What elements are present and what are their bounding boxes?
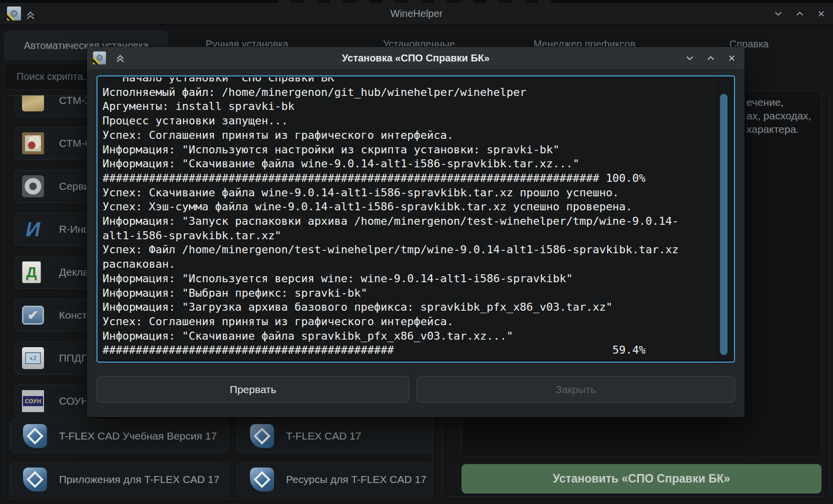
install-log-box: Начало установки "СПО Справки БК" Исполн… [96, 75, 735, 363]
letter-i-icon: И [22, 218, 44, 240]
list-item-label: Серви [59, 180, 90, 192]
list-item[interactable]: Приложения для T-FLEX CAD 17 [10, 463, 228, 497]
list-item-label: T-FLEX CAD 17 [286, 430, 362, 442]
tflex-logo-icon [23, 468, 47, 492]
list-item[interactable]: Ресурсы для T-FLEX CAD 17 [236, 463, 433, 497]
main-window-controls [774, 3, 826, 24]
monitor-screen: ч.2 [25, 352, 41, 364]
check-screen-icon: ✔ [22, 306, 44, 325]
install-dialog: ⚙ Установка «СПО Справки БК» Начало уста… [87, 47, 744, 417]
install-button[interactable]: Установить «СПО Справки БК» [462, 464, 822, 494]
minimize-icon[interactable] [685, 53, 694, 63]
tflex-logo-icon [250, 468, 274, 492]
maximize-icon[interactable] [706, 53, 716, 63]
minimize-icon[interactable] [774, 9, 783, 18]
diamond-shape [26, 471, 44, 488]
monitor-icon: ч.2 [22, 347, 44, 369]
list-item-label: T-FLEX CAD Учебная Версия 17 [59, 430, 217, 442]
install-log[interactable]: Начало установки "СПО Справки БК" Исполн… [98, 77, 713, 358]
list-item-label: Приложения для T-FLEX CAD 17 [59, 474, 220, 486]
list-item-label: Ресурсы для T-FLEX CAD 17 [286, 474, 426, 486]
scrollbar-thumb[interactable] [720, 94, 728, 355]
install-log-viewport: Начало установки "СПО Справки БК" Исполн… [98, 77, 713, 361]
dialog-window-controls [685, 47, 736, 69]
diamond-shape [26, 428, 44, 445]
document-d-icon: Д [22, 261, 41, 283]
main-titlebar: ⚙ WineHelper [0, 3, 833, 25]
tflex-logo-icon [250, 424, 274, 448]
maximize-icon[interactable] [795, 9, 804, 18]
soun-label: СОУН [23, 396, 44, 406]
close-button[interactable]: Закрыть [416, 376, 735, 403]
list-item-label: Конст [59, 309, 87, 321]
ring-icon [22, 175, 44, 197]
diamond-shape [254, 428, 270, 445]
list-item-label: СОУН [59, 395, 88, 407]
dialog-title: Установка «СПО Справки БК» [87, 47, 744, 69]
scrollbar-track [714, 77, 714, 361]
diamond-shape [254, 471, 270, 488]
close-icon[interactable] [727, 53, 736, 63]
list-item-label: Декла [59, 266, 88, 278]
description-text: ечение, ах, расходах, характера. [746, 95, 811, 136]
tflex-logo-icon [23, 424, 47, 448]
dialog-titlebar: ⚙ Установка «СПО Справки БК» [87, 47, 744, 69]
screen: ⚙ WineHelper Автоматическая установкаРуч… [0, 0, 833, 504]
list-item[interactable]: T-FLEX CAD 17 [236, 419, 433, 453]
abort-button[interactable]: Прервать [96, 376, 410, 403]
main-window-title: WineHelper [0, 3, 833, 24]
soun-icon: СОУН [22, 390, 44, 412]
close-icon[interactable] [816, 9, 826, 18]
folder-icon [22, 95, 44, 111]
list-item-label: ППДГ [59, 352, 87, 364]
list-item[interactable]: T-FLEX CAD Учебная Версия 17 [10, 419, 228, 453]
picture-icon [22, 132, 44, 154]
